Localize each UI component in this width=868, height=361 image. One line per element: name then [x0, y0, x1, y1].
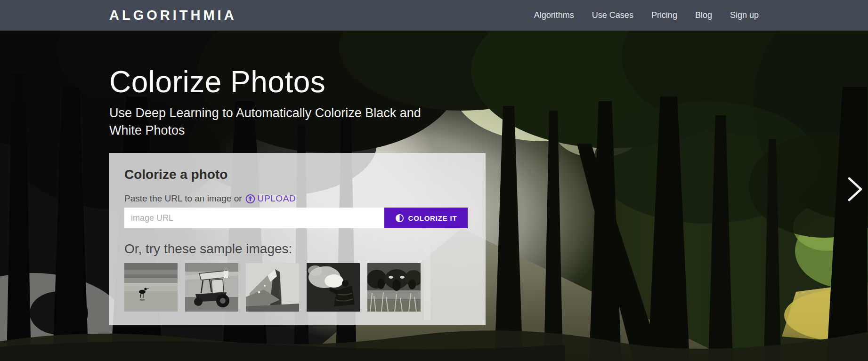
- sample-image-shorebird-on-beach[interactable]: [124, 263, 178, 312]
- paste-url-row: Paste the URL to an image or UPLOAD: [124, 193, 468, 204]
- nav-algorithms[interactable]: Algorithms: [534, 10, 574, 20]
- main-nav: Algorithms Use Cases Pricing Blog Sign u…: [534, 10, 759, 20]
- carousel-next-button[interactable]: [847, 176, 864, 202]
- sample-image-cows-in-grass[interactable]: [367, 263, 421, 312]
- sample-image-sprint-race-car[interactable]: [185, 263, 238, 312]
- nav-blog[interactable]: Blog: [695, 10, 712, 20]
- image-url-input[interactable]: [124, 208, 384, 228]
- cows-photo: [367, 263, 421, 312]
- page-title: Colorize Photos: [109, 66, 759, 98]
- nav-pricing[interactable]: Pricing: [651, 10, 677, 20]
- race-car-photo: [185, 263, 238, 312]
- page-subtitle: Use Deep Learning to Automatically Color…: [109, 104, 439, 139]
- fire-breather-photo: [307, 263, 360, 312]
- paste-prompt-label: Paste the URL to an image or: [124, 193, 242, 204]
- arrow-up-circle-icon: [245, 194, 255, 204]
- upload-link[interactable]: UPLOAD: [245, 193, 296, 204]
- card-heading: Colorize a photo: [124, 167, 468, 182]
- colorize-button-label: COLORIZE IT: [408, 214, 457, 222]
- half-dome-photo: [246, 263, 299, 312]
- sample-image-half-dome-mountain[interactable]: [246, 263, 299, 312]
- sample-images-row: [124, 263, 468, 312]
- colorize-form: COLORIZE IT: [124, 208, 468, 228]
- nav-sign-up[interactable]: Sign up: [730, 10, 759, 20]
- colorize-it-button[interactable]: COLORIZE IT: [384, 208, 468, 228]
- nav-use-cases[interactable]: Use Cases: [592, 10, 633, 20]
- samples-heading: Or, try these sample images:: [124, 241, 468, 257]
- algorithmia-logo[interactable]: ALGORITHMIA: [109, 8, 237, 23]
- colorize-card: Colorize a photo Paste the URL to an ima…: [109, 153, 486, 325]
- site-header: ALGORITHMIA Algorithms Use Cases Pricing…: [0, 0, 868, 31]
- upload-label: UPLOAD: [258, 193, 296, 204]
- chevron-right-icon: [847, 176, 864, 202]
- contrast-half-circle-icon: [395, 214, 404, 223]
- sample-image-fire-breather[interactable]: [307, 263, 360, 312]
- hero-carousel-slide: Colorize Photos Use Deep Learning to Aut…: [0, 31, 868, 361]
- shorebird-photo: [124, 263, 178, 312]
